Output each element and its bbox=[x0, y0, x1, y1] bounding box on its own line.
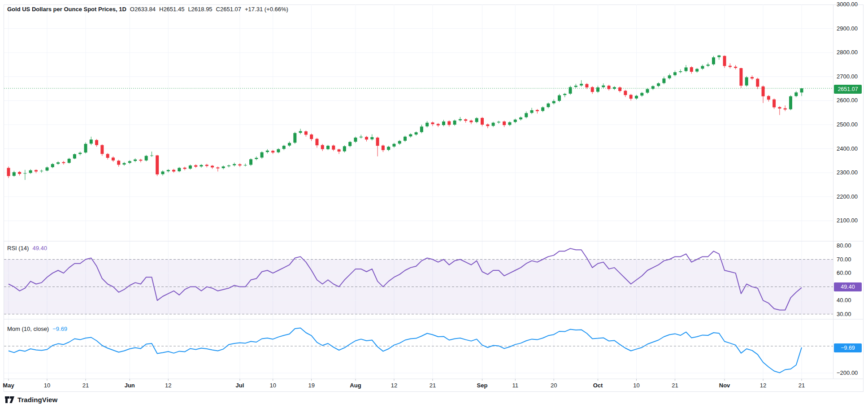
candle-body bbox=[530, 110, 534, 113]
candle-body bbox=[392, 144, 395, 147]
candle-body bbox=[90, 139, 93, 143]
candle-body bbox=[695, 69, 699, 72]
candle-body bbox=[35, 170, 38, 171]
candle-body bbox=[134, 160, 137, 161]
candle-body bbox=[635, 96, 638, 99]
candle-body bbox=[668, 75, 671, 78]
candle-body bbox=[762, 87, 765, 96]
candle-body bbox=[420, 126, 423, 132]
candle-body bbox=[29, 170, 32, 173]
candle-body bbox=[739, 68, 742, 86]
candle-body bbox=[288, 143, 291, 146]
candle-body bbox=[707, 65, 710, 66]
candle-body bbox=[56, 162, 60, 164]
candle-body bbox=[73, 154, 76, 159]
candle-body bbox=[475, 118, 478, 122]
candle-body bbox=[778, 107, 781, 109]
candle-body bbox=[602, 86, 605, 87]
candle-body bbox=[51, 164, 54, 167]
candle-body bbox=[481, 118, 484, 125]
candle-body bbox=[216, 167, 219, 168]
candle-body bbox=[701, 66, 704, 69]
candle-body bbox=[552, 101, 556, 103]
candle-body bbox=[271, 151, 274, 152]
candle-body bbox=[139, 160, 142, 161]
candle-body bbox=[640, 93, 643, 95]
candle-body bbox=[596, 87, 599, 92]
candle-body bbox=[255, 158, 258, 159]
candle-body bbox=[756, 79, 759, 87]
candle-body bbox=[387, 147, 390, 150]
candle-body bbox=[789, 96, 792, 109]
candle-body bbox=[503, 122, 506, 125]
candle-body bbox=[525, 113, 528, 117]
candle-body bbox=[541, 107, 544, 111]
candle-body bbox=[712, 57, 715, 65]
candle-body bbox=[580, 84, 583, 86]
candle-body bbox=[84, 144, 87, 152]
candle-body bbox=[382, 146, 385, 150]
candle-body bbox=[194, 165, 197, 167]
candle-body bbox=[784, 109, 787, 110]
candle-body bbox=[365, 137, 368, 139]
candle-body bbox=[348, 142, 352, 146]
candle-body bbox=[315, 139, 318, 145]
candle-body bbox=[459, 119, 462, 121]
candle-body bbox=[260, 152, 264, 158]
candle-body bbox=[18, 172, 21, 174]
candle-body bbox=[486, 124, 489, 126]
candle-body bbox=[536, 110, 539, 111]
candle-body bbox=[78, 153, 82, 154]
candle-body bbox=[613, 87, 616, 89]
candle-body bbox=[794, 92, 798, 96]
candle-body bbox=[338, 149, 341, 152]
candle-body bbox=[662, 78, 665, 83]
candle-body bbox=[591, 87, 594, 92]
candle-body bbox=[244, 165, 247, 165]
candle-body bbox=[608, 86, 611, 89]
price-chart-canvas[interactable] bbox=[0, 0, 868, 408]
candle-body bbox=[651, 86, 655, 89]
candle-body bbox=[304, 131, 308, 135]
candle-body bbox=[227, 165, 230, 166]
candle-body bbox=[729, 66, 732, 67]
candle-body bbox=[431, 122, 434, 124]
candle-body bbox=[404, 137, 407, 141]
candle-body bbox=[685, 67, 688, 71]
candle-body bbox=[767, 96, 770, 100]
candle-body bbox=[723, 56, 726, 66]
candle-body bbox=[618, 87, 621, 91]
candle-body bbox=[773, 100, 776, 108]
candle-body bbox=[326, 146, 330, 149]
candle-body bbox=[492, 123, 495, 126]
candle-body bbox=[360, 137, 363, 138]
candle-body bbox=[585, 84, 588, 87]
candle-body bbox=[569, 87, 572, 93]
candle-body bbox=[68, 159, 71, 163]
candle-body bbox=[40, 171, 43, 171]
candle-body bbox=[282, 146, 286, 149]
candle-body bbox=[370, 137, 373, 139]
candle-body bbox=[442, 122, 445, 125]
candle-body bbox=[128, 161, 131, 163]
candle-body bbox=[299, 131, 302, 133]
candle-body bbox=[310, 135, 313, 139]
candle-body bbox=[574, 86, 577, 87]
candle-body bbox=[745, 77, 748, 85]
candle-body bbox=[145, 156, 148, 161]
candle-body bbox=[200, 165, 203, 166]
candle-body bbox=[95, 140, 98, 145]
candle-body bbox=[205, 165, 208, 166]
candle-body bbox=[514, 120, 517, 122]
candle-body bbox=[233, 164, 236, 165]
candle-body bbox=[409, 134, 412, 136]
candle-body bbox=[673, 72, 677, 75]
chart-page: Gold US Dollars per Ounce Spot Prices, 1… bbox=[0, 0, 868, 408]
candle-body bbox=[425, 123, 429, 126]
candle-body bbox=[519, 117, 522, 119]
candle-body bbox=[547, 104, 550, 107]
candle-body bbox=[751, 77, 754, 78]
candle-body bbox=[100, 145, 104, 154]
candle-body bbox=[800, 88, 803, 92]
candle-body bbox=[464, 119, 467, 121]
